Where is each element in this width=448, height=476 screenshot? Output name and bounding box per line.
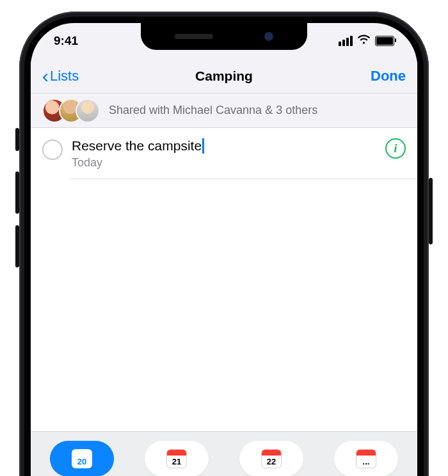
shared-avatars [42,99,100,123]
calendar-day: 22 [262,456,281,468]
screen: 9:41 ‹ Lists [31,23,417,476]
wifi-icon [357,34,371,48]
calendar-icon: ... [356,449,376,468]
calendar-day: ... [356,456,376,468]
reminder-row[interactable]: Reserve the campsite Today i [31,128,417,170]
info-icon: i [394,142,397,155]
shared-with-text: Shared with Michael Cavanna & 3 others [109,104,317,117]
completion-checkbox[interactable] [42,139,63,160]
phone-frame: 9:41 ‹ Lists [19,12,429,476]
chevron-left-icon: ‹ [42,67,49,86]
date-chip-today[interactable]: 20 Today [41,441,123,476]
shared-with-row[interactable]: Shared with Michael Cavanna & 3 others [31,93,417,128]
content-area: Reserve the campsite Today i [31,128,417,476]
date-chip-tomorrow[interactable]: 21 Tomorrow [136,441,218,476]
battery-icon [375,36,394,46]
row-divider [69,178,417,179]
notch [141,23,307,50]
navigation-bar: ‹ Lists Camping Done [31,59,417,93]
back-button[interactable]: ‹ Lists [42,67,79,86]
avatar [76,99,100,123]
reminder-title-text: Reserve the campsite [72,138,202,154]
calendar-day: 20 [72,456,92,468]
calendar-day: 21 [167,456,186,468]
calendar-icon: 22 [261,449,282,468]
reminder-due-label: Today [72,156,406,170]
text-cursor [202,138,204,154]
calendar-icon: 21 [166,449,187,468]
date-chip-this-weekend[interactable]: 22 This Weekend [230,441,312,476]
side-button [429,178,433,244]
front-camera [264,32,273,41]
page-title: Camping [31,68,417,84]
calendar-icon: 20 [72,449,92,468]
date-chip-custom[interactable]: ... Date & Time [325,441,407,476]
speaker [175,34,213,39]
back-label: Lists [50,68,79,84]
keyboard-accessory: 20 Today 21 [31,431,417,476]
status-time: 9:41 [54,34,78,48]
cellular-icon [339,36,353,46]
reminder-title-input[interactable]: Reserve the campsite [72,138,204,154]
info-button[interactable]: i [385,138,406,159]
date-chip-row: 20 Today 21 [31,441,417,476]
done-button[interactable]: Done [371,68,406,84]
